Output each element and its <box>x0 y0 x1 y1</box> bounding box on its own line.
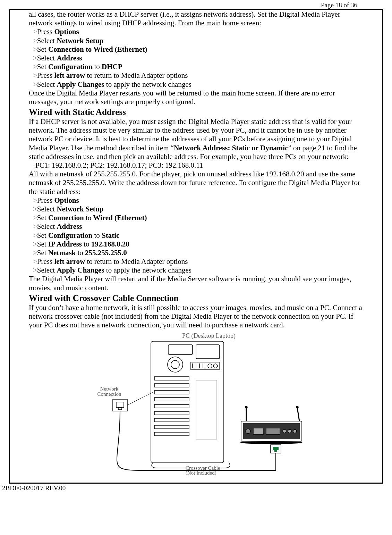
content: all cases, the router works as a DHCP se… <box>10 10 382 483</box>
heading-crossover: Wired with Crossover Cable Connection <box>29 293 363 303</box>
step-line: >Set Connection to Wired (Ethernet) <box>29 214 363 222</box>
svg-point-3 <box>168 357 183 372</box>
steps-static: >Press Options>Select Network Setup>Set … <box>29 196 363 275</box>
crossover-cable-label-2: (Not Included) <box>186 470 216 476</box>
svg-point-10 <box>208 364 212 368</box>
svg-line-27 <box>297 408 299 421</box>
step-line: >Set Configuration to DHCP <box>29 62 363 71</box>
static-paragraph-1: If a DHCP server is not available, you m… <box>29 117 363 161</box>
svg-rect-13 <box>154 384 189 387</box>
svg-rect-20 <box>154 432 189 436</box>
svg-rect-19 <box>154 425 189 429</box>
step-line: >Press left arrow to return to Media Ada… <box>29 257 363 266</box>
step-line: >Press Options <box>29 27 363 36</box>
svg-rect-40 <box>273 447 279 450</box>
svg-point-28 <box>245 406 247 408</box>
svg-rect-41 <box>274 450 277 452</box>
page-number: Page 18 of 36 <box>0 0 392 9</box>
svg-point-36 <box>288 429 291 433</box>
svg-rect-33 <box>253 428 264 434</box>
svg-rect-0 <box>151 341 224 463</box>
step-line: >Select Address <box>29 54 363 62</box>
svg-rect-12 <box>154 377 189 380</box>
step-line: >Select Apply Changes to apply the netwo… <box>29 80 363 89</box>
step-line: >Set Configuration to Static <box>29 231 363 240</box>
step-line: >Select Network Setup <box>29 205 363 214</box>
svg-rect-24 <box>118 408 122 410</box>
svg-rect-21 <box>196 380 217 439</box>
crossover-diagram: PC (Desktop Laptop) Network Conne <box>29 332 363 479</box>
svg-point-37 <box>293 429 297 433</box>
step-line: >Select Apply Changes to apply the netwo… <box>29 266 363 275</box>
heading-wired-static: Wired with Static Address <box>29 107 363 117</box>
svg-rect-34 <box>266 428 280 434</box>
svg-rect-18 <box>154 418 189 422</box>
pc-tower-icon <box>151 341 224 463</box>
step-line: >Set Netmask to 255.255.255.0 <box>29 249 363 257</box>
ethernet-jack-icon <box>113 399 127 411</box>
svg-rect-14 <box>154 391 189 394</box>
media-player-icon <box>240 406 302 453</box>
svg-rect-2 <box>196 345 220 359</box>
svg-rect-15 <box>154 398 189 401</box>
svg-point-4 <box>171 360 179 369</box>
diagram-svg: PC (Desktop Laptop) Network Conne <box>88 332 304 477</box>
pc-examples-line: -PC1: 192.168.0.2; PC2: 192.168.0.17; PC… <box>29 161 363 170</box>
intro-paragraph: all cases, the router works as a DHCP se… <box>29 10 363 27</box>
network-connection-label-2: Connection <box>97 391 121 397</box>
after-static-paragraph: The Digital Media Player will restart an… <box>29 275 363 292</box>
svg-rect-1 <box>168 345 193 354</box>
network-connection-label-1: Network <box>100 386 119 392</box>
steps-dhcp: >Press Options>Select Network Setup>Set … <box>29 27 363 89</box>
svg-rect-5 <box>191 362 219 370</box>
svg-point-38 <box>240 441 302 444</box>
step-line: >Set IP Address to 192.168.0.20 <box>29 240 363 249</box>
step-line: >Press Options <box>29 196 363 205</box>
document-footer: 2BDF0-020017 REV.00 <box>0 484 392 492</box>
svg-rect-16 <box>154 404 189 408</box>
step-line: >Select Network Setup <box>29 36 363 45</box>
after-dhcp-paragraph: Once the Digital Media Player restarts y… <box>29 89 363 106</box>
static-paragraph-2: All with a netmask of 255.255.255.0. For… <box>29 170 363 196</box>
svg-point-29 <box>296 406 298 408</box>
svg-point-35 <box>283 429 286 433</box>
svg-rect-17 <box>154 411 189 415</box>
crossover-paragraph: If you don’t have a home network, it is … <box>29 303 363 330</box>
content-frame: all cases, the router works as a DHCP se… <box>9 9 383 484</box>
svg-point-11 <box>213 364 218 368</box>
svg-point-32 <box>246 429 250 434</box>
step-line: >Set Connection to Wired (Ethernet) <box>29 45 363 54</box>
svg-line-25 <box>127 392 153 405</box>
svg-rect-23 <box>116 402 124 408</box>
pc-label: PC (Desktop Laptop) <box>182 332 236 340</box>
step-line: >Select Address <box>29 222 363 231</box>
step-line: >Press left arrow to return to Media Ada… <box>29 71 363 80</box>
